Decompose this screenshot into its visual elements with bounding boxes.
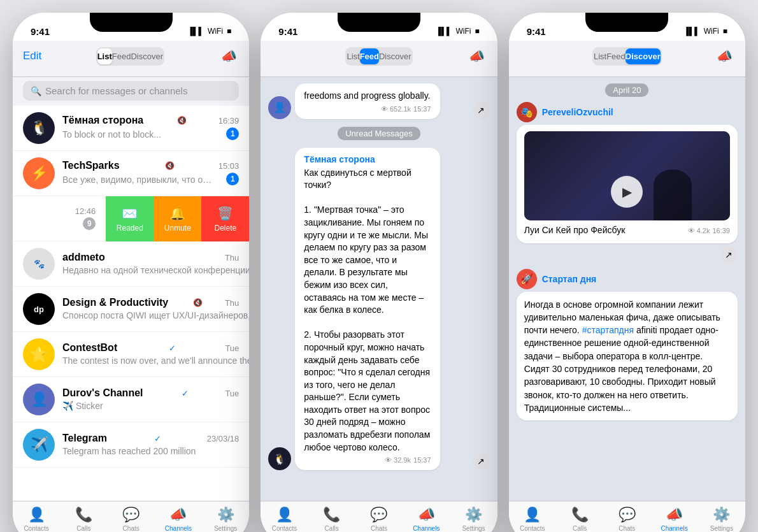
tab-settings-1[interactable]: ⚙️ Settings xyxy=(202,507,249,532)
channels-icon-1: 📣 xyxy=(169,507,187,523)
tab-chats-1[interactable]: 💬 Chats xyxy=(108,507,155,532)
segment-feed-2[interactable]: Feed xyxy=(360,48,379,64)
verified-icon-telegram: ✓ xyxy=(154,434,161,443)
chat-item-swipe[interactable]: 🐕 12:46 9 xyxy=(13,196,106,241)
chat-time-addmeto: Thu xyxy=(225,253,239,262)
megaphone-icon-3[interactable]: 📣 xyxy=(715,46,735,66)
chat-item-techsparks[interactable]: ⚡ TechSparks🔇 15:03 Все уже, видимо, при… xyxy=(13,151,249,196)
msg-meta-0: 👁 652.1k 15:37 xyxy=(304,105,431,113)
verified-icon-contestbot: ✓ xyxy=(169,343,176,353)
search-placeholder-1: Search for messages or channels xyxy=(45,85,187,96)
status-icons-1: ▐▌▌ WiFi ■ xyxy=(188,27,232,36)
chat-name-addmeto: addmeto xyxy=(62,252,105,263)
tab-calls-2[interactable]: 📞 Calls xyxy=(308,507,355,532)
chat-preview-techsparks: Все уже, видимо, привыкли, что обученные… xyxy=(62,175,215,185)
segment-list-2[interactable]: List xyxy=(347,48,359,64)
chat-item-contestbot[interactable]: ⭐ ContestBot✓ Tue The contest is now ove… xyxy=(13,332,249,377)
phone-1: 9:41 ▐▌▌ WiFi ■ Edit List Feed Discover … xyxy=(13,13,249,532)
msg-meta-1: 👁 32.9k 15:37 xyxy=(304,456,431,464)
unread-divider: Unread Messages xyxy=(338,127,420,140)
settings-icon-1: ⚙️ xyxy=(217,507,234,523)
chat-name-tyomnaya: Тёмная сторона xyxy=(62,115,143,126)
megaphone-icon-2[interactable]: 📣 xyxy=(467,46,487,66)
chat-item-tyomnaya[interactable]: 🐧 Тёмная сторона🔇 16:39 To block or not … xyxy=(13,106,249,151)
tab-channels-3[interactable]: 📣 Channels xyxy=(650,507,697,532)
tab-label-settings-2: Settings xyxy=(462,525,485,532)
video-thumb-1[interactable]: 2:40 ▶ xyxy=(524,131,730,220)
tab-chats-3[interactable]: 💬 Chats xyxy=(603,507,650,532)
share-btn-1[interactable]: ↗ xyxy=(472,452,490,470)
segment-discover-2[interactable]: Discover xyxy=(379,48,411,64)
tab-label-contacts-1: Contacts xyxy=(24,525,48,532)
post-bubble-1: 2:40 ▶ Луи Си Кей про Фейсбук 👁 4.2k 16:… xyxy=(517,125,738,243)
status-time-2: 9:41 xyxy=(278,26,297,37)
muted-icon-techsparks: 🔇 xyxy=(165,161,175,170)
swipe-delete-btn[interactable]: 🗑️ Delete xyxy=(201,196,249,241)
notch-3 xyxy=(585,13,668,32)
segment-list-1[interactable]: List xyxy=(97,48,112,64)
segment-discover-3[interactable]: Discover xyxy=(626,48,661,64)
post-share-row-1: ↗ xyxy=(517,246,738,264)
status-time-3: 9:41 xyxy=(527,26,546,37)
chats-icon-2: 💬 xyxy=(370,507,387,523)
tab-label-calls-2: Calls xyxy=(325,525,339,532)
chat-item-telegram[interactable]: ✈️ Telegram✓ 23/03/18 Telegram has reach… xyxy=(13,422,249,468)
swipe-readed-btn[interactable]: ✉️ Readed xyxy=(106,196,154,241)
segment-feed-3[interactable]: Feed xyxy=(606,48,626,64)
play-button-1[interactable]: ▶ xyxy=(611,176,643,208)
tab-calls-1[interactable]: 📞 Calls xyxy=(60,507,107,532)
muted-icon-design: 🔇 xyxy=(193,298,203,307)
signal-icon-2: ▐▌▌ xyxy=(436,27,452,36)
status-time-1: 9:41 xyxy=(31,26,50,37)
contacts-icon-1: 👤 xyxy=(28,507,45,523)
header-2: List Feed Discover 📣 xyxy=(261,41,497,77)
msg-col-1: Тёмная сторона Как сдвинуться с мертвой … xyxy=(295,148,465,471)
avatar-techsparks: ⚡ xyxy=(23,157,55,189)
chat-item-swipe-container: 🐕 12:46 9 ✉️ Readed xyxy=(13,196,249,241)
post-pereveliozvuchil: 🎭 PereveliOzvuchil 2:40 ▶ Луи Си Кей про… xyxy=(517,102,738,264)
tab-chats-2[interactable]: 💬 Chats xyxy=(355,507,403,532)
tab-label-chats-1: Chats xyxy=(123,525,139,532)
tab-contacts-1[interactable]: 👤 Contacts xyxy=(13,507,60,532)
chat-info-techsparks: TechSparks🔇 15:03 Все уже, видимо, привы… xyxy=(62,160,239,187)
notch-2 xyxy=(338,13,420,32)
contacts-icon-2: 👤 xyxy=(276,507,293,523)
tab-settings-2[interactable]: ⚙️ Settings xyxy=(450,507,497,532)
share-btn-post-1[interactable]: ↗ xyxy=(720,246,738,264)
swipe-unmute-btn[interactable]: 🔔 Unmute xyxy=(154,196,201,241)
chat-item-design[interactable]: dp Design & Productivity🔇 Thu Спонсор по… xyxy=(13,287,249,332)
segment-feed-1[interactable]: Feed xyxy=(112,48,131,64)
tab-label-chats-2: Chats xyxy=(371,525,387,532)
search-input-1[interactable]: 🔍 Search for messages or channels xyxy=(23,81,239,101)
unread-badge-tyomnaya: 1 xyxy=(226,127,239,140)
segment-discover-1[interactable]: Discover xyxy=(131,48,163,64)
msg-views-1: 👁 32.9k xyxy=(385,456,411,464)
tab-channels-2[interactable]: 📣 Channels xyxy=(403,507,450,532)
chat-time-durov: Tue xyxy=(225,389,239,398)
tab-bar-1: 👤 Contacts 📞 Calls 💬 Chats 📣 Channels ⚙️… xyxy=(13,501,249,532)
segment-list-3[interactable]: List xyxy=(594,48,606,64)
post-footer-1: Луи Си Кей про Фейсбук 👁 4.2k 16:39 xyxy=(524,224,730,237)
tab-label-calls-1: Calls xyxy=(76,525,90,532)
channel-name-post-2: Стартап дня xyxy=(542,274,597,284)
unmute-label: Unmute xyxy=(164,224,191,233)
megaphone-icon-1[interactable]: 📣 xyxy=(218,46,239,66)
edit-button[interactable]: Edit xyxy=(23,50,41,62)
feed-messages-2: 👤 freedoms and progress globally. 👁 652.… xyxy=(261,77,497,501)
tab-calls-3[interactable]: 📞 Calls xyxy=(556,507,603,532)
share-btn-0[interactable]: ↗ xyxy=(472,101,490,119)
chat-preview-addmeto: Недавно на одной технической конференции… xyxy=(62,265,249,275)
chats-icon-3: 💬 xyxy=(619,507,636,523)
tab-contacts-2[interactable]: 👤 Contacts xyxy=(261,507,308,532)
chat-item-addmeto[interactable]: 🐾 addmeto Thu Недавно на одной техническ… xyxy=(13,241,249,287)
msg-avatar-1: 🐧 xyxy=(268,447,291,470)
post-meta-1: 👁 4.2k 16:39 xyxy=(688,227,730,234)
avatar-tyomnaya: 🐧 xyxy=(23,112,55,144)
tab-channels-1[interactable]: 📣 Channels xyxy=(155,507,202,532)
tab-contacts-3[interactable]: 👤 Contacts xyxy=(509,507,556,532)
tab-label-chats-3: Chats xyxy=(619,525,635,532)
verified-icon-durov: ✓ xyxy=(182,389,189,398)
chat-info-durov: Durov's Channel✓ Tue ✈️ Sticker xyxy=(62,387,239,412)
chat-item-durov[interactable]: 👤 Durov's Channel✓ Tue ✈️ Sticker xyxy=(13,377,249,422)
tab-settings-3[interactable]: ⚙️ Settings xyxy=(698,507,745,532)
